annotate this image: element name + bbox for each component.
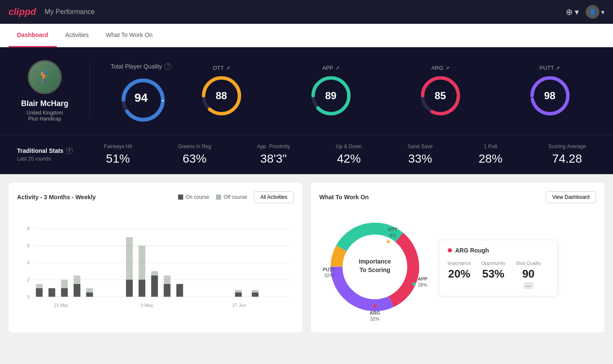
- svg-text:APP: APP: [417, 276, 427, 281]
- ott-label: OTT ↗: [213, 65, 230, 71]
- player-avatar-image: 🏌️: [29, 61, 60, 93]
- tpq-label: Total Player Quality ?: [111, 63, 172, 70]
- svg-rect-26: [61, 288, 68, 297]
- svg-text:OTT: OTT: [388, 227, 397, 232]
- detail-metric-shot-quality: Shot Quality 90 —: [515, 261, 541, 289]
- svg-text:4: 4: [27, 260, 29, 265]
- svg-text:ARG: ARG: [369, 310, 380, 315]
- arg-circle: 85: [419, 75, 462, 117]
- svg-text:9 May: 9 May: [141, 303, 153, 308]
- svg-rect-44: [252, 292, 259, 297]
- svg-point-63: [373, 304, 377, 308]
- score-arg: ARG ↗ 85: [419, 65, 462, 117]
- view-dashboard-button[interactable]: View Dashboard: [546, 191, 596, 203]
- putt-label: PUTT ↗: [540, 65, 560, 71]
- add-button[interactable]: ⊕ ▾: [566, 7, 579, 17]
- player-handicap: Plus Handicap: [28, 116, 61, 122]
- svg-text:To Scoring: To Scoring: [359, 267, 390, 273]
- svg-text:PUTT: PUTT: [322, 267, 335, 272]
- tpq-score: 94: [134, 91, 147, 105]
- work-on-title: What To Work On: [319, 194, 369, 201]
- trad-stats-items: Fairways Hit 51% Greens In Reg 63% App. …: [94, 143, 596, 166]
- ott-arrow-icon: ↗: [226, 65, 230, 71]
- score-circles: OTT ↗ 88 APP ↗: [175, 65, 596, 117]
- svg-text:8%: 8%: [389, 233, 396, 238]
- svg-point-60: [412, 282, 416, 286]
- detail-metric-opportunity: Opportunity 53%: [481, 261, 506, 289]
- plus-circle-icon: ⊕: [566, 7, 573, 17]
- svg-text:Importance: Importance: [359, 258, 391, 265]
- activity-legend: On course Off course: [178, 194, 248, 200]
- tab-what-to-work-on[interactable]: What To Work On: [97, 24, 161, 47]
- hero-section: 🏌️ Blair McHarg United Kingdom Plus Hand…: [0, 47, 613, 135]
- trad-stats-title: Traditional Stats: [17, 147, 63, 154]
- app-circle: 89: [310, 75, 352, 117]
- activity-chart-svg: 0 2 4 6 8: [17, 212, 294, 314]
- header: clippd My Performance ⊕ ▾ 👤 ▾: [0, 0, 613, 24]
- player-avatar: 🏌️: [28, 60, 62, 94]
- legend-off-course-dot: [216, 195, 221, 200]
- arg-arrow-icon: ↗: [445, 65, 449, 71]
- legend-off-course: Off course: [216, 194, 247, 200]
- svg-rect-28: [74, 284, 81, 297]
- svg-text:8: 8: [27, 226, 29, 231]
- logo-text: clippd: [9, 6, 36, 17]
- svg-text:★: ★: [386, 238, 391, 245]
- stat-app-proximity: App. Proximity 38'3": [257, 143, 290, 166]
- svg-text:28%: 28%: [417, 282, 427, 287]
- trad-stats-period: Last 20 rounds: [17, 156, 94, 162]
- detail-card: ARG Rough Importance 20% Opportunity 53%…: [439, 240, 558, 296]
- tabs-bar: Dashboard Activities What To Work On: [0, 24, 613, 47]
- app-label: APP ↗: [322, 65, 339, 71]
- svg-rect-36: [151, 275, 158, 297]
- putt-score: 98: [544, 90, 555, 102]
- svg-point-66: [336, 272, 339, 276]
- stat-up-and-down: Up & Down 42%: [336, 143, 362, 166]
- player-name: Blair McHarg: [21, 99, 68, 108]
- ott-score: 88: [216, 90, 227, 102]
- stat-fairways-hit: Fairways Hit 51%: [104, 143, 132, 166]
- avatar-chevron: ▾: [601, 8, 604, 16]
- svg-text:0: 0: [27, 294, 29, 299]
- tab-activities[interactable]: Activities: [57, 24, 97, 47]
- tab-dashboard[interactable]: Dashboard: [9, 24, 57, 47]
- detail-card-dot: [448, 248, 452, 252]
- player-info: 🏌️ Blair McHarg United Kingdom Plus Hand…: [17, 60, 72, 122]
- svg-rect-30: [86, 292, 93, 297]
- svg-rect-22: [36, 288, 43, 297]
- shot-quality-badge: —: [524, 282, 533, 289]
- stats-section: Total Player Quality ? 94 O: [89, 63, 596, 119]
- svg-rect-38: [164, 284, 170, 297]
- player-country: United Kingdom: [26, 110, 63, 116]
- svg-rect-32: [126, 280, 133, 297]
- trad-stats-help-icon[interactable]: ?: [66, 147, 73, 154]
- svg-rect-42: [235, 292, 242, 297]
- svg-rect-34: [138, 280, 145, 297]
- ott-circle: 88: [200, 75, 243, 117]
- stat-scoring-average: Scoring Average 74.28: [548, 143, 586, 166]
- svg-rect-24: [49, 288, 55, 297]
- traditional-stats: Traditional Stats ? Last 20 rounds Fairw…: [0, 135, 613, 174]
- stat-greens-in-reg: Greens In Reg 63%: [178, 143, 211, 166]
- total-player-quality: Total Player Quality ? 94: [107, 63, 175, 119]
- activity-title: Activity - 3 Months - Weekly: [17, 194, 96, 201]
- svg-text:27 Jun: 27 Jun: [232, 303, 246, 308]
- score-putt: PUTT ↗ 98: [529, 65, 571, 117]
- all-activities-button[interactable]: All Activities: [254, 191, 294, 203]
- tpq-help-icon[interactable]: ?: [164, 63, 171, 70]
- arg-label: ARG ↗: [431, 65, 449, 71]
- work-on-header: What To Work On View Dashboard: [319, 191, 596, 203]
- detail-metrics: Importance 20% Opportunity 53% Shot Qual…: [448, 261, 549, 289]
- score-app: APP ↗ 89: [310, 65, 352, 117]
- activity-card: Activity - 3 Months - Weekly On course O…: [9, 183, 302, 332]
- detail-card-title: ARG Rough: [448, 247, 549, 254]
- user-avatar-wrapper[interactable]: 👤 ▾: [586, 5, 604, 19]
- svg-text:32%: 32%: [324, 273, 333, 278]
- svg-text:2: 2: [27, 277, 29, 282]
- detail-metric-importance: Importance 20%: [448, 261, 471, 289]
- header-left: clippd My Performance: [9, 6, 95, 17]
- trad-stats-label: Traditional Stats ? Last 20 rounds: [17, 147, 94, 162]
- app-arrow-icon: ↗: [335, 65, 340, 71]
- donut-chart-svg: Importance To Scoring OTT 8% ★ APP 28% A…: [319, 212, 430, 322]
- work-on-content: Importance To Scoring OTT 8% ★ APP 28% A…: [319, 212, 596, 324]
